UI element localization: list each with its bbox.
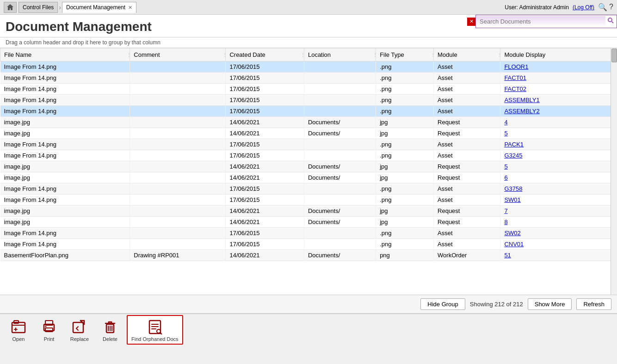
find-orphaned-icon (146, 318, 164, 336)
scrollbar-thumb[interactable] (611, 49, 617, 62)
table-row[interactable]: Image From 14.png17/06/2015.pngAssetFACT… (0, 84, 617, 95)
table-cell[interactable]: CNV01 (500, 239, 617, 250)
print-icon (40, 318, 58, 336)
table-cell (304, 106, 376, 117)
table-cell[interactable]: FACT01 (500, 73, 617, 84)
search-close-button[interactable]: ✕ (467, 18, 475, 26)
table-row[interactable]: Image From 14.png17/06/2015.pngAssetASSE… (0, 95, 617, 106)
logoff-link[interactable]: (Log Off) (573, 4, 594, 11)
table-cell[interactable]: G3758 (500, 183, 617, 194)
table-row[interactable]: Image From 14.png17/06/2015.pngAssetG375… (0, 183, 617, 194)
col-filetype[interactable]: File Type ⋮ (376, 49, 434, 61)
col-created-date[interactable]: Created Date ⋮ (226, 49, 304, 61)
table-cell: Image From 14.png (0, 194, 130, 206)
table-row[interactable]: Image From 14.png17/06/2015.pngAssetFLOO… (0, 61, 617, 73)
col-location[interactable]: Location ⋮ (304, 49, 376, 61)
table-row[interactable]: image.jpg14/06/2021Documents/jpgRequest5 (0, 161, 617, 172)
table-cell[interactable]: SW01 (500, 194, 617, 206)
table-cell[interactable]: ASSEMBLY2 (500, 106, 617, 117)
table-row[interactable]: Image From 14.png17/06/2015.pngAssetCNV0… (0, 239, 617, 250)
table-row[interactable]: Image From 14.png17/06/2015.pngAssetFACT… (0, 73, 617, 84)
help-icon[interactable]: ? (609, 3, 613, 12)
table-row[interactable]: image.jpg14/06/2021Documents/jpgRequest4 (0, 117, 617, 128)
table-row[interactable]: Image From 14.png17/06/2015.pngAssetG324… (0, 150, 617, 161)
table-cell[interactable]: 5 (500, 128, 617, 139)
table-row[interactable]: BasementFloorPlan.pngDrawing #RP00114/06… (0, 250, 617, 261)
table-row[interactable]: image.jpg14/06/2021Documents/jpgRequest5 (0, 128, 617, 139)
table-cell: image.jpg (0, 206, 130, 217)
table-cell: Asset (434, 150, 500, 161)
tab-document-management[interactable]: Document Management ✕ (62, 2, 136, 13)
table-cell[interactable]: SW02 (500, 228, 617, 239)
table-row[interactable]: Image From 14.png17/06/2015.pngAssetSW02 (0, 228, 617, 239)
table-cell[interactable]: 4 (500, 117, 617, 128)
table-cell (130, 194, 226, 206)
table-cell: 17/06/2015 (226, 61, 304, 73)
show-more-button[interactable]: Show More (528, 298, 572, 310)
table-cell: Asset (434, 194, 500, 206)
table-row[interactable]: Image From 14.png17/06/2015.pngAssetPACK… (0, 139, 617, 150)
table-cell: 17/06/2015 (226, 106, 304, 117)
refresh-button[interactable]: Refresh (576, 298, 611, 310)
table-cell: 14/06/2021 (226, 217, 304, 228)
svg-point-7 (45, 326, 47, 328)
showing-count: Showing 212 of 212 (470, 301, 523, 308)
hide-group-button[interactable]: Hide Group (420, 298, 465, 310)
table-cell: png (376, 250, 434, 261)
tab-close-icon[interactable]: ✕ (128, 5, 132, 11)
svg-point-0 (608, 18, 612, 22)
search-submit-button[interactable] (605, 15, 617, 28)
table-row[interactable]: image.jpg14/06/2021Documents/jpgRequest6 (0, 172, 617, 183)
replace-button[interactable]: Replace (66, 315, 93, 344)
table-cell: Documents/ (304, 128, 376, 139)
col-module[interactable]: Module ⋮ (434, 49, 500, 61)
table-cell (130, 172, 226, 183)
table-cell: .png (376, 106, 434, 117)
tab-control-files[interactable]: Control Files (19, 2, 58, 13)
table-cell[interactable]: 7 (500, 206, 617, 217)
table-container[interactable]: File Name ⋮ Comment ⋮ Created Date ⋮ Loc… (0, 48, 617, 295)
table-cell (304, 239, 376, 250)
open-button[interactable]: Open (5, 315, 32, 344)
table-cell: image.jpg (0, 128, 130, 139)
col-module-display[interactable]: Module Display ⋮ (500, 49, 617, 61)
table-cell: Asset (434, 84, 500, 95)
table-cell[interactable]: FLOOR1 (500, 61, 617, 73)
delete-button[interactable]: Delete (96, 315, 124, 344)
table-cell: .png (376, 84, 434, 95)
table-cell: image.jpg (0, 161, 130, 172)
table-cell[interactable]: FACT02 (500, 84, 617, 95)
table-row[interactable]: image.jpg14/06/2021Documents/jpgRequest7 (0, 206, 617, 217)
table-row[interactable]: Image From 14.png17/06/2015.pngAssetSW01 (0, 194, 617, 206)
table-cell: .png (376, 194, 434, 206)
table-cell: jpg (376, 206, 434, 217)
search-nav-icon[interactable]: 🔍 (598, 3, 607, 12)
table-row[interactable]: image.jpg14/06/2021Documents/jpgRequest8 (0, 217, 617, 228)
table-cell (130, 183, 226, 194)
table-cell (130, 95, 226, 106)
table-scroll-wrap: File Name ⋮ Comment ⋮ Created Date ⋮ Loc… (0, 48, 617, 295)
search-input[interactable] (476, 16, 605, 27)
table-cell[interactable]: 51 (500, 250, 617, 261)
table-cell[interactable]: G3245 (500, 150, 617, 161)
table-cell[interactable]: 5 (500, 161, 617, 172)
print-button[interactable]: Print (35, 315, 63, 344)
table-cell[interactable]: 6 (500, 172, 617, 183)
col-filename[interactable]: File Name ⋮ (0, 49, 130, 61)
table-cell (130, 84, 226, 95)
table-cell[interactable]: PACK1 (500, 139, 617, 150)
find-orphaned-button[interactable]: Find Orphaned Docs (127, 315, 183, 345)
table-cell[interactable]: ASSEMBLY1 (500, 95, 617, 106)
table-cell: Request (434, 161, 500, 172)
home-button[interactable] (4, 2, 17, 13)
col-comment[interactable]: Comment ⋮ (130, 49, 226, 61)
table-cell: Documents/ (304, 161, 376, 172)
table-cell: 17/06/2015 (226, 183, 304, 194)
table-cell (130, 206, 226, 217)
table-row[interactable]: Image From 14.png17/06/2015.pngAssetASSE… (0, 106, 617, 117)
table-cell: BasementFloorPlan.png (0, 250, 130, 261)
table-cell: .png (376, 95, 434, 106)
table-cell: Asset (434, 73, 500, 84)
vertical-scrollbar[interactable] (611, 48, 617, 295)
table-cell[interactable]: 8 (500, 217, 617, 228)
